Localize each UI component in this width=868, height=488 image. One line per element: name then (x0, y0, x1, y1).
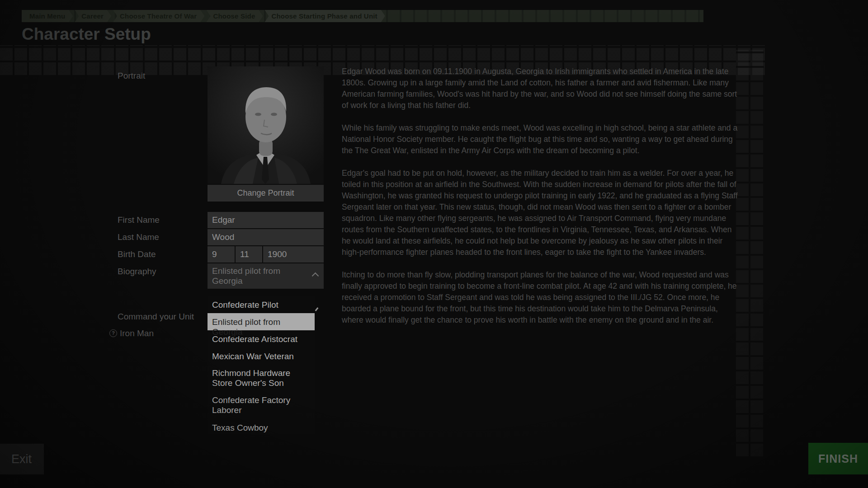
option-texas-cowboy[interactable]: Texas Cowboy (208, 419, 315, 436)
biography-paragraph: Itching to do more than fly slow, ploddi… (342, 269, 741, 326)
last-name-label: Last Name (118, 232, 159, 242)
option-confederate-pilot[interactable]: Confederate Pilot (208, 296, 315, 313)
biography-paragraph: While his family was struggling to make … (342, 122, 741, 156)
breadcrumb-main-menu[interactable]: Main Menu (22, 10, 73, 22)
birth-date-label: Birth Date (118, 249, 156, 259)
chevron-up-icon (312, 272, 319, 280)
birth-day-input[interactable] (208, 246, 235, 263)
option-richmond-hardware[interactable]: Richmond Hardware Store Owner's Son (208, 365, 315, 392)
biography-paragraph: Edgar's goal had to be put on hold, howe… (342, 168, 741, 258)
breadcrumb-choose-phase-unit[interactable]: Choose Starting Phase and Unit (264, 10, 385, 22)
last-name-input[interactable] (208, 229, 324, 245)
biography-select[interactable]: Enlisted pilot from Georgia (208, 263, 324, 289)
breadcrumb: Main Menu Career Choose Theatre Of War C… (22, 10, 387, 22)
page-title: Character Setup (22, 25, 151, 44)
option-confederate-aristocrat[interactable]: Confederate Aristocrat (208, 330, 315, 347)
first-name-label: First Name (118, 215, 160, 225)
portrait-label: Portrait (118, 71, 145, 81)
portrait-illustration (208, 66, 324, 184)
biography-dropdown-list: Confederate Pilot Enlisted pilot from Ge… (208, 296, 315, 434)
portrait-image (208, 66, 324, 184)
biography-story: Edgar Wood was born on 09.11.1900 in Aug… (342, 66, 741, 337)
breadcrumb-career[interactable]: Career (75, 10, 111, 22)
finish-button[interactable]: FINISH (808, 443, 868, 474)
help-icon: ? (109, 329, 117, 337)
first-name-input[interactable] (208, 212, 324, 228)
biography-paragraph: Edgar Wood was born on 09.11.1900 in Aug… (342, 66, 741, 111)
command-your-unit-label: Command your Unit (118, 312, 194, 322)
birth-month-input[interactable] (236, 246, 262, 263)
option-mexican-war-veteran[interactable]: Mexican War Veteran (208, 347, 315, 365)
biography-select-value: Enlisted pilot from Georgia (212, 266, 280, 286)
birth-year-input[interactable] (263, 246, 324, 263)
breadcrumb-choose-theatre[interactable]: Choose Theatre Of War (113, 10, 204, 22)
option-confederate-factory-laborer[interactable]: Confederate Factory Laborer (208, 392, 315, 419)
exit-button[interactable]: Exit (0, 444, 44, 474)
character-setup-screen: Main Menu Career Choose Theatre Of War C… (0, 0, 868, 488)
breadcrumb-choose-side[interactable]: Choose Side (206, 10, 263, 22)
iron-man-label: Iron Man (120, 328, 154, 338)
checkbox-checkmark-sliver (315, 307, 319, 311)
change-portrait-button[interactable]: Change Portrait (208, 185, 324, 202)
biography-label: Biography (118, 267, 156, 277)
option-enlisted-pilot-georgia[interactable]: Enlisted pilot from Georgia (208, 313, 315, 330)
